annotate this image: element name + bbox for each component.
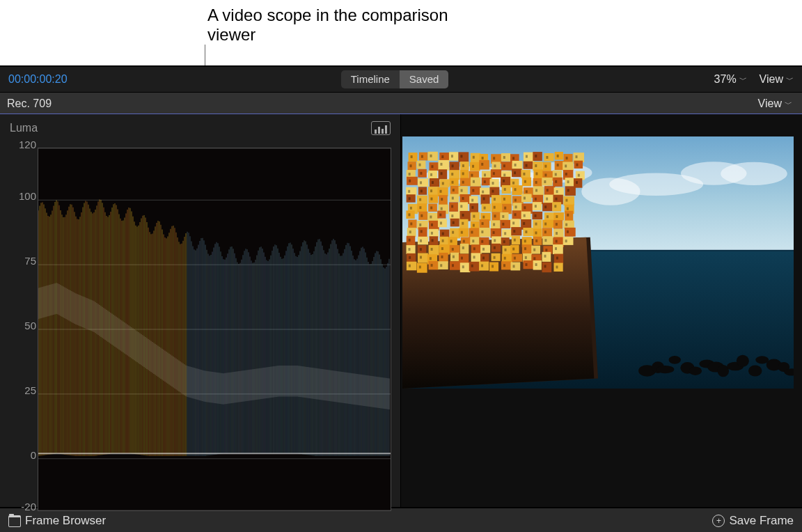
y-tick: 0 [31, 449, 36, 461]
comparison-mode-segmented: Timeline Saved [341, 70, 449, 88]
luma-waveform [38, 148, 391, 511]
annotation-callout: A video scope in the comparison viewer [207, 6, 500, 45]
tab-saved[interactable]: Saved [400, 70, 449, 88]
chevron-down-icon: ﹀ [786, 75, 794, 85]
y-tick: 100 [19, 190, 36, 202]
app-window: 00:00:00:20 Timeline Saved 37%﹀ View﹀ Re… [0, 65, 802, 532]
frame-browser-button[interactable]: Frame Browser [8, 514, 106, 528]
zoom-dropdown[interactable]: 37%﹀ [714, 73, 747, 86]
y-tick: -20 [21, 501, 36, 513]
plus-circle-icon: + [712, 515, 725, 527]
scope-panel: Luma 1201007550250-20 [0, 114, 400, 507]
y-tick: 120 [19, 139, 36, 150]
timecode-display: 00:00:00:20 [0, 73, 76, 86]
colorspace-label: Rec. 709 [0, 97, 58, 114]
scope-header-bar: Rec. 709 View﹀ [0, 93, 802, 114]
viewer-top-bar: 00:00:00:20 Timeline Saved 37%﹀ View﹀ [0, 67, 802, 93]
preview-frame [402, 136, 794, 389]
y-tick: 75 [24, 255, 36, 267]
preview-viewer [400, 114, 802, 507]
view-menu-scope[interactable]: View﹀ [758, 97, 792, 110]
scope-type-label: Luma [10, 122, 38, 134]
y-tick: 25 [24, 384, 36, 396]
waveform-y-axis: 1201007550250-20 [8, 145, 36, 507]
tab-timeline[interactable]: Timeline [341, 70, 400, 88]
save-frame-button[interactable]: + Save Frame [712, 514, 794, 528]
chevron-down-icon: ﹀ [739, 75, 747, 85]
folder-icon [8, 515, 21, 527]
scope-settings-icon[interactable] [371, 121, 391, 135]
view-menu-global[interactable]: View﹀ [760, 73, 794, 86]
chevron-down-icon: ﹀ [785, 99, 792, 109]
y-tick: 50 [24, 320, 36, 331]
